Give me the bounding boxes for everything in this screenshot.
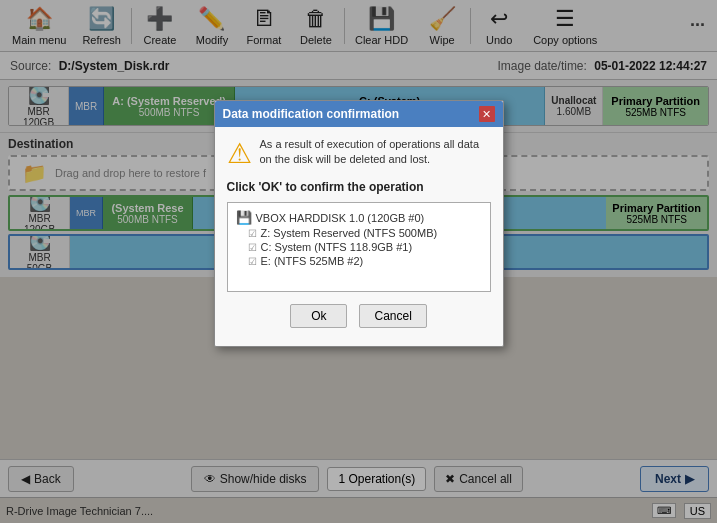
modal-warning-text: As a result of execution of operations a… [260, 137, 491, 168]
tree-text-2: C: System (NTFS 118.9GB #1) [261, 241, 413, 253]
modal-tree: 💾 VBOX HARDDISK 1.0 (120GB #0) ☑ Z: Syst… [227, 202, 491, 292]
check-icon-3: ☑ [248, 256, 257, 267]
tree-text-3: E: (NTFS 525MB #2) [261, 255, 364, 267]
warning-icon: ⚠ [227, 137, 252, 170]
tree-text-0: VBOX HARDDISK 1.0 (120GB #0) [256, 212, 425, 224]
disk-icon: 💾 [236, 210, 252, 225]
modal-warning: ⚠ As a result of execution of operations… [227, 137, 491, 170]
modal-title: Data modification confirmation [223, 107, 400, 121]
tree-text-1: Z: System Reserved (NTFS 500MB) [261, 227, 438, 239]
modal-cancel-button[interactable]: Cancel [359, 304, 426, 328]
tree-item-0: 💾 VBOX HARDDISK 1.0 (120GB #0) [236, 209, 482, 226]
check-icon-1: ☑ [248, 228, 257, 239]
modal-header: Data modification confirmation ✕ [215, 101, 503, 127]
modal-overlay: Data modification confirmation ✕ ⚠ As a … [0, 0, 717, 523]
tree-item-2: ☑ C: System (NTFS 118.9GB #1) [236, 240, 482, 254]
modal-confirm-text: Click 'OK' to confirm the operation [227, 180, 491, 194]
modal-buttons: Ok Cancel [227, 304, 491, 336]
modal-ok-button[interactable]: Ok [290, 304, 347, 328]
modal-body: ⚠ As a result of execution of operations… [215, 127, 503, 346]
modal-close-button[interactable]: ✕ [479, 106, 495, 122]
tree-item-3: ☑ E: (NTFS 525MB #2) [236, 254, 482, 268]
tree-item-1: ☑ Z: System Reserved (NTFS 500MB) [236, 226, 482, 240]
modal-dialog: Data modification confirmation ✕ ⚠ As a … [214, 100, 504, 347]
check-icon-2: ☑ [248, 242, 257, 253]
